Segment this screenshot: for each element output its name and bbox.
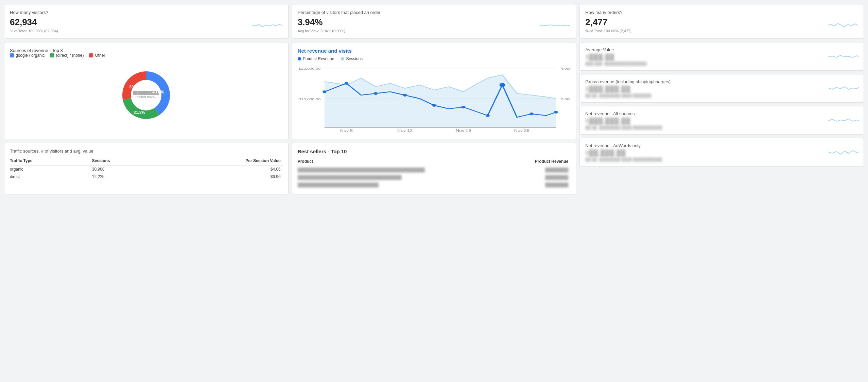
sources-title: Sources of revenue - Top 3 [10,48,283,53]
conversion-sparkline [540,18,570,33]
bs-row-1: ████████████████████████████████████████… [298,166,571,174]
conversion-card: Percentage of visitors that placed an or… [292,4,576,39]
gross-rev-value: $███,███.██ [585,86,858,93]
bs-revenue-2: ████████ [496,174,570,181]
bs-revenue-1: ████████ [496,166,570,174]
visitors-sparkline [252,18,283,33]
legend-sessions: Sessions [341,56,363,61]
avg-value-sparkline [828,50,859,63]
net-rev-adwords-title: Net revenue - AdWords only [585,143,858,148]
net-revenue-title: Net revenue and visits [298,48,571,54]
net-rev-adwords-value: $██,███.██ [585,150,858,157]
bs-row-2: ████████████████████████████████████ ███… [298,174,571,181]
avg-value-title: Average Value [585,47,858,52]
dot-7 [499,83,505,87]
label-sessions: Sessions [346,56,363,61]
dot-3 [403,94,406,97]
legend-direct: (direct) / (none) [50,53,84,58]
legend-google: google / organic [10,53,45,58]
bs-col-product: Product [298,158,496,166]
traffic-title: Traffic sources, # of visitors and avg. … [10,149,283,154]
bs-product-2: ████████████████████████████████████ [298,174,496,181]
orders-subtitle: % of Total: 100.00% (2,477) [585,29,858,33]
visitors-title: How many visitors? [10,10,283,15]
dot-1 [344,82,348,85]
legend-label-google: google / organic [16,53,45,58]
net-rev-all-title: Net revenue - All sources [585,111,858,116]
dot-sessions [341,57,344,60]
net-rev-all-subtitle: ██ ██: ████████ ████ ███████████ [585,125,858,129]
conversion-title: Percentage of visitors that placed an or… [298,10,571,15]
orders-card: How many orders? 2,477 % of Total: 100.0… [579,4,864,39]
bs-row-3: ████████████████████████████ ████████ [298,181,571,189]
bestsellers-title: Best sellers - Top 10 [298,149,571,154]
svg-text:4,000: 4,000 [561,67,571,70]
avg-value-value: $███.██ [585,54,858,61]
dot-2 [374,92,377,95]
svg-text:$20,000.00: $20,000.00 [299,67,320,70]
net-revenue-all-card: Net revenue - All sources $███,███.██ ██… [579,106,864,135]
orders-sparkline [828,18,858,33]
legend-dot-google [10,53,14,57]
net-revenue-card: Net revenue and visits Product Revenue S… [292,42,576,139]
donut-pct-google: 40.6% [152,90,164,94]
net-rev-all-value: $███,███.██ [585,118,858,125]
dot-8 [530,112,533,115]
svg-text:Nov 5: Nov 5 [340,129,353,133]
bs-revenue-3: ████████ [496,181,570,189]
bs-col-revenue: Product Revenue [496,158,570,166]
traffic-card: Traffic sources, # of visitors and avg. … [4,143,289,194]
legend-dot-direct [50,53,54,57]
dot-6 [486,114,489,117]
legend-other: Other [89,53,105,58]
legend-label-direct: (direct) / (none) [56,53,84,58]
net-revenue-chart: $20,000.00 $10,000.00 4,000 2,000 [298,65,571,134]
net-rev-adwords-subtitle: ██ ██: ████████ ████ ███████████ [585,157,858,161]
avg-value-subtitle: ███ ███: ████████████████ [585,62,858,66]
col-per-session-value: Per Session Value [159,157,283,166]
bestsellers-card: Best sellers - Top 10 Product Product Re… [292,143,576,194]
legend-label-other: Other [95,53,105,58]
donut-pct-other: 28% [129,85,137,89]
orders-value: 2,477 [585,17,858,28]
sources-card: Sources of revenue - Top 3 google / orga… [4,42,289,139]
traffic-sessions-organic: 30,908 [92,166,159,173]
traffic-row-direct: direct 12,225 $6.96 [10,173,283,180]
dot-product-revenue [298,57,301,60]
traffic-value-organic: $4.06 [159,166,283,173]
dot-5 [461,106,465,108]
net-rev-all-sparkline [828,114,859,127]
sources-legend: google / organic (direct) / (none) Other [10,53,283,58]
svg-text:$10,000.00: $10,000.00 [299,98,320,101]
conversion-value: 3.94% [298,17,571,28]
svg-text:2,000: 2,000 [561,98,571,101]
orders-title: How many orders? [585,10,858,15]
traffic-type-direct: direct [10,173,92,180]
average-value-card: Average Value $███.██ ███ ███: █████████… [579,42,864,71]
net-rev-adwords-sparkline [828,146,859,159]
legend-dot-other [89,53,93,57]
visitors-card: How many visitors? 62,934 % of Total: 10… [4,4,289,39]
dot-9 [554,111,558,114]
net-revenue-legend: Product Revenue Sessions [298,56,571,61]
donut-center-bottom: Product Reve... [136,95,157,99]
gross-rev-title: Gross revenue (including shipping/charge… [585,79,858,84]
dot-4 [432,104,436,107]
col-traffic-type: Traffic Type [10,157,92,166]
label-product-revenue: Product Revenue [303,56,334,61]
gross-rev-subtitle: ██ ██: ████████ ████ ███████ [585,93,858,98]
traffic-type-organic: organic [10,166,92,173]
gross-revenue-card: Gross revenue (including shipping/charge… [579,74,864,103]
svg-text:Nov 12: Nov 12 [397,129,413,133]
right-metrics: Average Value $███.██ ███ ███: █████████… [579,42,864,194]
donut-chart: ████████████ Product Reve... 28% 40.6% 3… [105,61,187,129]
conversion-subtitle: Avg for View: 3.94% (0.00%) [298,29,571,33]
donut-pct-direct: 31.3% [134,110,145,115]
col-sessions: Sessions [92,157,159,166]
visitors-subtitle: % of Total: 100.00% (62,934) [10,29,283,33]
traffic-value-direct: $6.96 [159,173,283,180]
traffic-row-organic: organic 30,908 $4.06 [10,166,283,173]
dot-0 [323,90,326,93]
traffic-table: Traffic Type Sessions Per Session Value … [10,157,283,180]
gross-rev-sparkline [828,82,859,95]
